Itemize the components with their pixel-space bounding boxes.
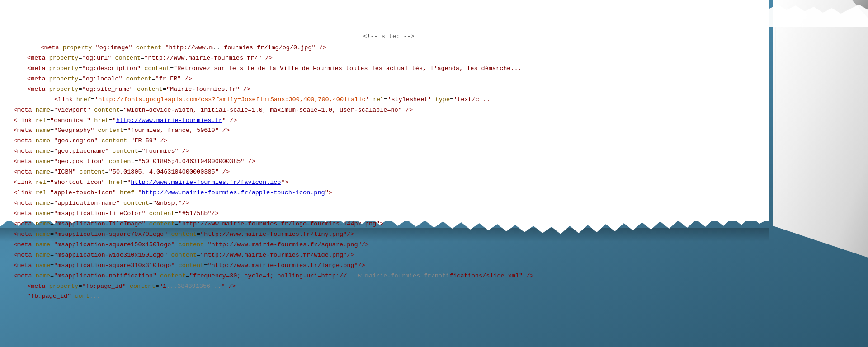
code-line-canonical: <link rel="canonical" href="http://www.m… [14,116,764,126]
code-line-square310: <meta name="msapplication-square310x310l… [14,261,764,271]
code-line-geoposition: <meta name="geo.position" content="50.01… [14,157,764,167]
code-line-notification: <meta name="msapplication-notification" … [14,271,764,281]
code-line-wide310: <meta name="msapplication-wide310x150log… [14,250,764,261]
code-line-geoplacename: <meta name="geo.placename" content="Four… [14,146,764,157]
code-line-appname: <meta name="application-name" content="&… [14,198,764,209]
code-line-ogurl: <meta property="og:url" content="http://… [14,53,764,64]
code-line-geography: <meta name="Geography" content="fourmies… [14,126,764,136]
code-line-square70: <meta name="msapplication-square70x70log… [14,230,764,240]
code-line-ogdesc: <meta property="og:description" content=… [14,64,764,74]
code-line-georegion: <meta name="geo.region" content="FR-59" … [14,136,764,146]
code-line-fbpageid1: <meta property="fb:page_id" content="1..… [14,281,764,292]
google-fonts-link[interactable]: http://fonts.googleapis.com/css?family=J… [98,96,365,103]
code-line-ogimage: <meta property="og:image" content="http:… [14,43,764,53]
code-line-googlefonts: <link href='http://fonts.googleapis.com/… [14,95,764,105]
code-line-tileimage: <meta name="msapplication-TileImage" con… [14,219,764,230]
code-line-apple-touch: <link rel="apple-touch-icon" href="http:… [14,188,764,198]
code-line-fbpageid2: "fb:page_id" cont... [14,291,764,302]
canonical-link[interactable]: http://www.mairie-fourmies.fr [116,117,222,124]
mountain-silhouette-top [0,0,868,27]
code-line-ogsitename: <meta property="og:site_name" content="M… [14,84,764,95]
code-line-site: <!-- site: --> [14,32,764,42]
paper-curl [769,0,868,258]
code-line-square150: <meta name="msapplication-square150x150l… [14,240,764,250]
code-line-oglocale: <meta property="og:locale" content="fr_F… [14,74,764,84]
favicon-link[interactable]: http://www.mairie-fourmies.fr/favicon.ic… [131,179,281,186]
code-line-viewport: <meta name="viewport" content="width=dev… [14,105,764,116]
code-line-tilecolor: <meta name="msapplication-TileColor" con… [14,209,764,219]
apple-touch-link[interactable]: http://www.mairie-fourmies.fr/apple-touc… [142,189,325,196]
code-line-favicon: <link rel="shortcut icon" href="http://w… [14,178,764,188]
code-content: <!-- site: --> <meta property="og:image"… [0,27,778,306]
code-line-icbm: <meta name="ICBM" content="50.01805, 4.0… [14,167,764,178]
